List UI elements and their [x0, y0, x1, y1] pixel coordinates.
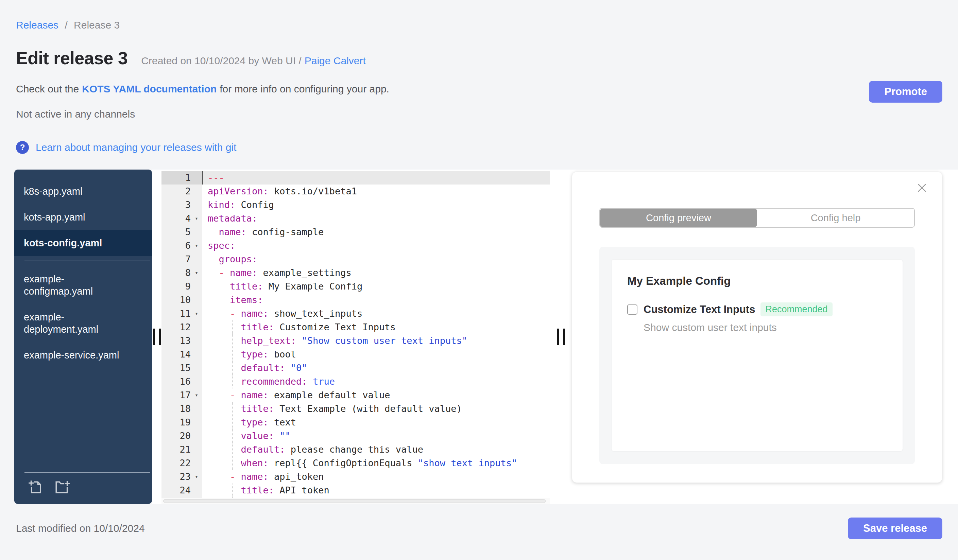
line-number: 14: [162, 348, 202, 361]
file-tree-item[interactable]: kots-app.yaml: [14, 204, 152, 230]
docs-info-prefix: Check out the: [16, 83, 79, 95]
code-line[interactable]: 18 title: Text Example (with default val…: [162, 402, 550, 416]
code-line[interactable]: 15 default: "0": [162, 361, 550, 375]
line-number: 13: [162, 334, 202, 348]
fold-arrow-icon[interactable]: ▾: [192, 307, 201, 320]
file-tree-item[interactable]: example-deployment.yaml: [14, 304, 152, 342]
created-by-link[interactable]: Paige Calvert: [305, 55, 366, 66]
code-line[interactable]: 1---: [162, 171, 550, 185]
line-number: 22: [162, 456, 202, 470]
footer: Last modified on 10/10/2024 Save release: [0, 517, 958, 539]
drag-handle-bar: [159, 329, 161, 345]
code-line[interactable]: 22 when: repl{{ ConfigOptionEquals "show…: [162, 456, 550, 470]
line-number: 20: [162, 429, 202, 443]
code-line[interactable]: 21 default: please change this value: [162, 443, 550, 456]
line-number: 23▾: [162, 470, 202, 484]
code-text: type: bool: [202, 348, 550, 361]
line-number: 18: [162, 402, 202, 416]
git-help-row: ? Learn about managing your releases wit…: [16, 141, 958, 154]
fold-arrow-icon[interactable]: ▾: [192, 212, 201, 225]
horizontal-scrollbar[interactable]: [162, 498, 550, 504]
breadcrumb-link-releases[interactable]: Releases: [16, 19, 59, 30]
last-modified-text: Last modified on 10/10/2024: [16, 523, 145, 534]
line-number: 7: [162, 253, 202, 266]
code-text: recommended: true: [202, 375, 550, 388]
code-line[interactable]: 3kind: Config: [162, 198, 550, 212]
workbench: 1---2apiVersion: kots.io/v1beta13kind: C…: [152, 169, 958, 504]
line-number: 15: [162, 361, 202, 375]
code-line[interactable]: 11▾ - name: show_text_inputs: [162, 307, 550, 320]
config-item-checkbox[interactable]: [627, 304, 638, 315]
horizontal-scrollbar-thumb[interactable]: [163, 499, 546, 503]
code-line[interactable]: 2apiVersion: kots.io/v1beta1: [162, 185, 550, 198]
git-releases-link[interactable]: Learn about managing your releases with …: [36, 142, 236, 153]
fold-arrow-icon[interactable]: ▾: [192, 266, 201, 280]
pane-resize-handle-left[interactable]: [152, 169, 162, 504]
code-line[interactable]: 4▾metadata:: [162, 212, 550, 225]
code-line[interactable]: 12 title: Customize Text Inputs: [162, 320, 550, 334]
preview-tabs: Config previewConfig help: [600, 208, 915, 228]
line-number: 2: [162, 185, 202, 198]
line-number: 24: [162, 484, 202, 497]
fold-arrow-icon[interactable]: ▾: [192, 388, 201, 402]
page-title: Edit release 3: [16, 48, 127, 68]
code-line[interactable]: 7 groups:: [162, 253, 550, 266]
code-line[interactable]: 14 type: bool: [162, 348, 550, 361]
code-line[interactable]: 23▾ - name: api_token: [162, 470, 550, 484]
code-text: title: Text Example (with default value): [202, 402, 550, 416]
code-line[interactable]: 13 help_text: "Show custom user text inp…: [162, 334, 550, 348]
kots-yaml-docs-link[interactable]: KOTS YAML documentation: [82, 83, 217, 95]
code-line[interactable]: 8▾ - name: example_settings: [162, 266, 550, 280]
code-text: title: API token: [202, 484, 550, 497]
file-tree-divider: [24, 261, 150, 261]
code-line[interactable]: 9 title: My Example Config: [162, 280, 550, 293]
add-folder-icon[interactable]: [54, 479, 70, 495]
code-text: - name: api_token: [202, 470, 550, 484]
config-preview-panel: Config previewConfig help My Example Con…: [572, 172, 942, 483]
code-line[interactable]: 5 name: config-sample: [162, 225, 550, 239]
tab-config-help[interactable]: Config help: [757, 209, 914, 227]
line-number: 21: [162, 443, 202, 456]
config-group-card: My Example Config Customize Text Inputs …: [612, 259, 902, 451]
code-text: metadata:: [202, 212, 550, 225]
file-tree-item[interactable]: example-service.yaml: [14, 342, 152, 368]
code-line[interactable]: 6▾spec:: [162, 239, 550, 253]
code-text: title: Customize Text Inputs: [202, 320, 550, 334]
pane-resize-handle-right[interactable]: [550, 169, 572, 504]
promote-button[interactable]: Promote: [869, 81, 942, 103]
line-number: 19: [162, 416, 202, 429]
code-line[interactable]: 20 value: "": [162, 429, 550, 443]
code-line[interactable]: 19 type: text: [162, 416, 550, 429]
save-release-button[interactable]: Save release: [848, 517, 942, 539]
code-text: - name: example_settings: [202, 266, 550, 280]
line-number: 5: [162, 225, 202, 239]
line-number: 9: [162, 280, 202, 293]
line-number: 6▾: [162, 239, 202, 253]
config-group-title: My Example Config: [627, 275, 887, 288]
code-line[interactable]: 16 recommended: true: [162, 375, 550, 388]
breadcrumb-current: Release 3: [74, 19, 120, 30]
file-tree-item[interactable]: k8s-app.yaml: [14, 179, 152, 204]
line-number: 10: [162, 293, 202, 307]
line-number: 1: [162, 171, 202, 185]
fold-arrow-icon[interactable]: ▾: [192, 239, 201, 253]
config-preview-area: My Example Config Customize Text Inputs …: [600, 247, 915, 464]
yaml-code-editor[interactable]: 1---2apiVersion: kots.io/v1beta13kind: C…: [162, 169, 550, 504]
file-tree-item[interactable]: example-configmap.yaml: [14, 266, 152, 304]
question-icon[interactable]: ?: [16, 141, 29, 154]
code-line[interactable]: 10 items:: [162, 293, 550, 307]
code-text: ---: [202, 171, 550, 185]
fold-arrow-icon[interactable]: ▾: [192, 470, 201, 484]
line-number: 8▾: [162, 266, 202, 280]
code-lines: 1---2apiVersion: kots.io/v1beta13kind: C…: [162, 171, 550, 504]
code-text: apiVersion: kots.io/v1beta1: [202, 185, 550, 198]
add-file-icon[interactable]: [27, 479, 42, 495]
code-text: items:: [202, 293, 550, 307]
code-line[interactable]: 24 title: API token: [162, 484, 550, 497]
tab-config-preview[interactable]: Config preview: [600, 209, 757, 227]
code-line[interactable]: 17▾ - name: example_default_value: [162, 388, 550, 402]
config-preview-panel-wrap: Config previewConfig help My Example Con…: [572, 169, 958, 504]
code-text: title: My Example Config: [202, 280, 550, 293]
file-tree-item[interactable]: kots-config.yaml: [14, 230, 152, 256]
close-icon[interactable]: [916, 182, 928, 194]
